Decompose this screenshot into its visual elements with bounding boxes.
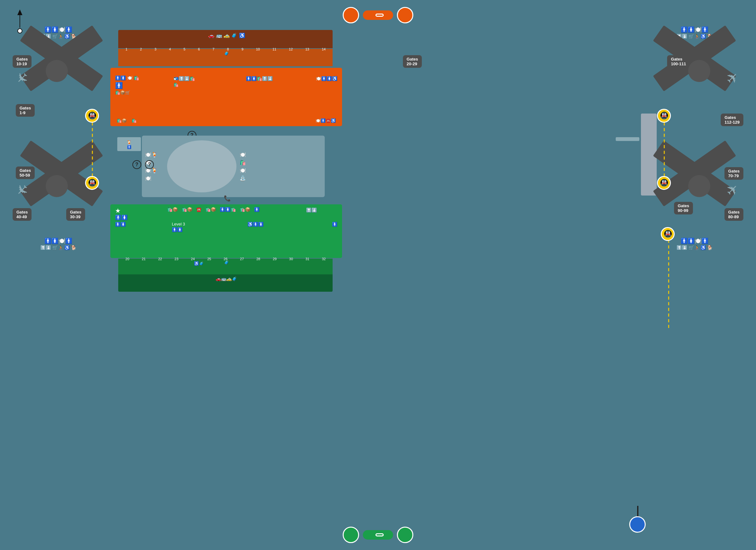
terminal-b-header xyxy=(343,527,413,543)
level3-a-amenities: 🛍️📦 🛍️ xyxy=(117,118,137,123)
level1-a-bar: 🚗 🚌 🚕 🧳 ♿ xyxy=(118,30,333,48)
gates-30-39-label: Gates30-39 xyxy=(66,208,85,221)
gates-70-99-section: 🚹🚺🍽️🚹 ⬆️⬇️ 🛒🧑‍🦽 ♿ 🐕 xyxy=(646,236,743,250)
level3-b-area: ★ 🚹🚺 🚹🚺 🛍️📦 🛍️📦 ☎️ 🛍️📦 🚹🚺🛍️ 🛍️📦 🚹 Level … xyxy=(110,204,342,258)
level3-a-area: 🚹🚺🍽️🛍️ 🚹 🛍️📦🛒 📬⬆️⬇️🛍️ 🛍️ 🚹🚺🛍️⬆️⬇️ 🍽️🚹🚺♿ … xyxy=(110,68,342,126)
gate-a1-section: 🚹🚺🍽️🛍️ 🚹 🛍️📦🛒 xyxy=(115,74,139,95)
gates-10-19-label: Gates10-19 xyxy=(13,55,32,68)
runway-4 xyxy=(688,175,710,197)
level3-a-amenities-right: 🍽️🚹☎️♿ xyxy=(316,118,336,123)
terminal-a-parking-left xyxy=(343,7,359,23)
dashed-line-right-upper xyxy=(664,117,665,180)
terminal-a-badge xyxy=(363,10,393,20)
terminal-a-letter xyxy=(375,14,384,17)
gates-112-129-label: Gates112-129 xyxy=(721,113,743,126)
level2-a-label: 🧳 xyxy=(222,51,229,56)
level2-a-bar: 🧳 xyxy=(118,49,333,66)
train-icon-left-upper[interactable]: 🚇 xyxy=(85,109,99,123)
security-checkpoint-right xyxy=(641,113,644,195)
west-hall: 🍹 🚹 xyxy=(117,137,141,151)
door-numbers-a: 1234567891011121314 xyxy=(119,47,332,51)
gates-90-99-label: Gates90-99 xyxy=(674,202,693,214)
train-icon-right-upper[interactable]: 🚇 xyxy=(657,109,671,123)
terminal-b-badge xyxy=(363,530,393,540)
level2-b-bar: 🧳 xyxy=(118,258,333,274)
terminal-a-header xyxy=(343,7,413,23)
dashed-line-to-c xyxy=(668,240,669,328)
runway-3 xyxy=(46,175,68,197)
terminal-a-parking-right xyxy=(397,7,413,23)
level1-a-label: 🚗 🚌 🚕 🧳 ♿ xyxy=(206,32,245,38)
gate-b4-section: 🚹 xyxy=(332,222,337,227)
train-icon-right-bottom[interactable]: 🚇 xyxy=(661,227,675,241)
gate-a2-section: 📬⬆️⬇️🛍️ 🛍️ xyxy=(173,74,195,87)
terminal-c-circle xyxy=(629,516,646,533)
gates-80-89-label: Gates80-89 xyxy=(724,208,743,221)
gate-a3-section: 🚹🚺🛍️⬆️⬇️ xyxy=(246,74,273,81)
info-icon-west[interactable]: ? xyxy=(132,160,141,169)
gates-20-29-label: Gates20-29 xyxy=(403,55,422,68)
train-icon-right-lower[interactable]: 🚇 xyxy=(657,176,671,190)
phone-icon: 📞 xyxy=(224,195,231,202)
train-icon-left-lower[interactable]: 🚇 xyxy=(85,176,99,190)
runway-1 xyxy=(46,60,68,82)
dashed-line-left-upper xyxy=(92,117,93,180)
gates-40-49-label: Gates40-49 xyxy=(13,208,32,221)
door-numbers-b: 20212223242526272829303132 xyxy=(119,257,332,261)
runway-2 xyxy=(688,60,710,82)
gates-100-111-label: Gates100-111 xyxy=(667,55,690,68)
gate-a4-section: 🍽️🚹🚺♿ xyxy=(316,74,337,81)
terminal-b-letter xyxy=(375,533,384,536)
gates-50-59-label: Gates50-59 xyxy=(16,166,35,179)
gate-b2-section: Level 3 🚹🚺 xyxy=(172,222,185,232)
gates-1-9-label: Gates1-9 xyxy=(16,104,35,117)
level1-b-label: 🚗🚌🚕🧳 xyxy=(214,276,237,281)
food-court-area: 🍽️🍹 🍽️ 🍽️🍹 🍽️ 🍽️ 🛍️ 🍽️ ⛲ xyxy=(142,136,325,197)
gate-b3-section: ♿🚹🚺 xyxy=(247,222,264,227)
gates-30-59-section: 🚹🚺🍽️🚹 ⬆️⬇️ 🛒🧑‍🦽 ♿ 🐕 xyxy=(9,236,107,250)
east-hall xyxy=(616,137,639,141)
gate-a1-icons: 🚹🚺🍽️🛍️ xyxy=(115,75,139,80)
gates-70-79-label: Gates70-79 xyxy=(724,167,743,180)
star-icon: ★ xyxy=(115,207,121,214)
level1-b-bar: 🚗🚌🚕🧳 xyxy=(118,274,333,292)
terminal-b-parking-right xyxy=(397,527,413,543)
gate-b1-section: 🚹🚺 xyxy=(115,222,126,227)
food-court-ellipse xyxy=(167,140,236,192)
north-arrow-tip xyxy=(17,9,22,15)
terminal-b-parking-left xyxy=(343,527,359,543)
info-icon-south[interactable]: ? xyxy=(145,160,154,169)
